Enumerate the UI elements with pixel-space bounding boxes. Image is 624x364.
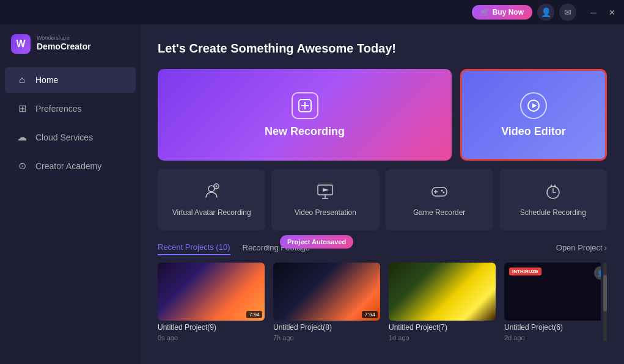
window-controls: ─ ✕ bbox=[586, 5, 619, 20]
game-recorder-icon bbox=[431, 183, 448, 203]
tab-recent-projects[interactable]: Recent Projects (10) bbox=[158, 240, 230, 255]
project-name-6: Untitled Project(6) bbox=[504, 323, 601, 332]
new-recording-label: New Recording bbox=[265, 125, 345, 138]
sidebar-item-creator-academy[interactable]: ⊙ Creator Academy bbox=[5, 153, 136, 179]
virtual-avatar-label: Virtual Avatar Recording bbox=[172, 208, 251, 217]
project-thumb-6: INTHIRUZE 👤 bbox=[504, 263, 601, 321]
logo-name: DemoCreator bbox=[37, 41, 91, 52]
schedule-recording-icon bbox=[545, 183, 562, 203]
project-time-6: 2d ago bbox=[504, 334, 601, 341]
thumb-avatar-6: 👤 bbox=[594, 266, 601, 280]
scroll-thumb[interactable] bbox=[603, 275, 607, 311]
sidebar-item-preferences[interactable]: ⊞ Preferences bbox=[5, 95, 136, 122]
project-name-8: Untitled Project(8) bbox=[273, 323, 380, 332]
project-name-9: Untitled Project(9) bbox=[158, 323, 265, 332]
secondary-cards: Virtual Avatar Recording Video Presentat… bbox=[158, 169, 607, 230]
svg-marker-4 bbox=[532, 103, 537, 108]
project-item-9[interactable]: 7:94 Untitled Project(9) 0s ago bbox=[158, 263, 265, 341]
new-recording-card[interactable]: New Recording bbox=[158, 69, 452, 161]
thumb-badge-6: INTHIRUZE bbox=[509, 268, 541, 275]
duration-badge-8: 7:94 bbox=[362, 311, 378, 318]
game-recorder-label: Game Recorder bbox=[413, 208, 465, 217]
hero-cards: New Recording Video Editor bbox=[158, 69, 607, 161]
main-layout: W Wondershare DemoCreator ⌂ Home ⊞ Prefe… bbox=[0, 24, 624, 364]
sidebar: W Wondershare DemoCreator ⌂ Home ⊞ Prefe… bbox=[0, 24, 141, 364]
project-time-7: 1d ago bbox=[389, 334, 496, 341]
projects-area: 7:94 Untitled Project(9) 0s ago 7:94 Unt… bbox=[158, 263, 607, 341]
main-content: Let's Create Something Awesome Today! Ne… bbox=[141, 24, 624, 364]
projects-grid: 7:94 Untitled Project(9) 0s ago 7:94 Unt… bbox=[158, 263, 601, 341]
cart-icon: 🛒 bbox=[480, 8, 490, 16]
minimize-button[interactable]: ─ bbox=[586, 5, 601, 20]
project-thumb-9: 7:94 bbox=[158, 263, 265, 321]
schedule-recording-card[interactable]: Schedule Recording bbox=[499, 169, 607, 230]
user-icon-button[interactable]: 👤 bbox=[537, 4, 554, 21]
video-presentation-label: Video Presentation bbox=[295, 208, 356, 217]
project-item-6[interactable]: INTHIRUZE 👤 Untitled Project(6) 2d ago bbox=[504, 263, 601, 341]
sidebar-item-home[interactable]: ⌂ Home bbox=[5, 67, 136, 93]
project-thumb-8: 7:94 bbox=[273, 263, 380, 321]
video-editor-icon bbox=[520, 92, 547, 119]
home-icon: ⌂ bbox=[16, 75, 28, 86]
open-project-button[interactable]: Open Project › bbox=[556, 243, 607, 252]
duration-badge-9: 7:94 bbox=[246, 311, 262, 318]
video-presentation-icon bbox=[317, 183, 334, 203]
video-editor-card[interactable]: Video Editor bbox=[460, 69, 607, 161]
logo-area: W Wondershare DemoCreator bbox=[0, 34, 141, 66]
svg-point-17 bbox=[442, 192, 444, 194]
logo-icon: W bbox=[11, 34, 31, 54]
project-name-7: Untitled Project(7) bbox=[389, 323, 496, 332]
titlebar: 🛒 Buy Now 👤 ✉ ─ ✕ bbox=[0, 0, 624, 24]
virtual-avatar-card[interactable]: Virtual Avatar Recording bbox=[158, 169, 265, 230]
project-time-8: 7h ago bbox=[273, 334, 380, 341]
video-editor-label: Video Editor bbox=[501, 125, 566, 138]
tabs-row: Recent Projects (10) Recording Footage P… bbox=[158, 240, 607, 255]
chevron-right-icon: › bbox=[604, 243, 607, 252]
svg-point-16 bbox=[441, 190, 442, 192]
logo-text: Wondershare DemoCreator bbox=[37, 35, 91, 52]
close-button[interactable]: ✕ bbox=[604, 5, 619, 20]
new-recording-icon bbox=[292, 92, 318, 119]
game-recorder-card[interactable]: Game Recorder bbox=[386, 169, 493, 230]
svg-marker-12 bbox=[323, 188, 329, 192]
project-item-8[interactable]: 7:94 Untitled Project(8) 7h ago bbox=[273, 263, 380, 341]
video-presentation-card[interactable]: Video Presentation bbox=[271, 169, 379, 230]
project-thumb-7 bbox=[389, 263, 496, 321]
virtual-avatar-icon bbox=[203, 183, 220, 203]
sidebar-label-preferences: Preferences bbox=[35, 104, 81, 114]
cloud-icon: ☁ bbox=[16, 131, 28, 143]
sidebar-item-cloud-services[interactable]: ☁ Cloud Services bbox=[5, 124, 136, 150]
buy-now-button[interactable]: 🛒 Buy Now bbox=[472, 5, 532, 20]
project-time-9: 0s ago bbox=[158, 334, 265, 341]
academy-icon: ⊙ bbox=[16, 160, 28, 172]
scrollbar[interactable] bbox=[603, 263, 607, 341]
preferences-icon: ⊞ bbox=[16, 103, 28, 114]
project-item-7[interactable]: Untitled Project(7) 1d ago bbox=[389, 263, 496, 341]
mail-icon-button[interactable]: ✉ bbox=[559, 4, 576, 21]
page-title: Let's Create Something Awesome Today! bbox=[158, 42, 607, 56]
logo-brand: Wondershare bbox=[37, 35, 91, 41]
autosave-badge: Project Autosaved bbox=[280, 235, 353, 249]
sidebar-label-cloud: Cloud Services bbox=[35, 133, 93, 142]
sidebar-label-home: Home bbox=[35, 75, 58, 85]
schedule-recording-label: Schedule Recording bbox=[520, 208, 586, 217]
sidebar-label-academy: Creator Academy bbox=[35, 161, 101, 171]
